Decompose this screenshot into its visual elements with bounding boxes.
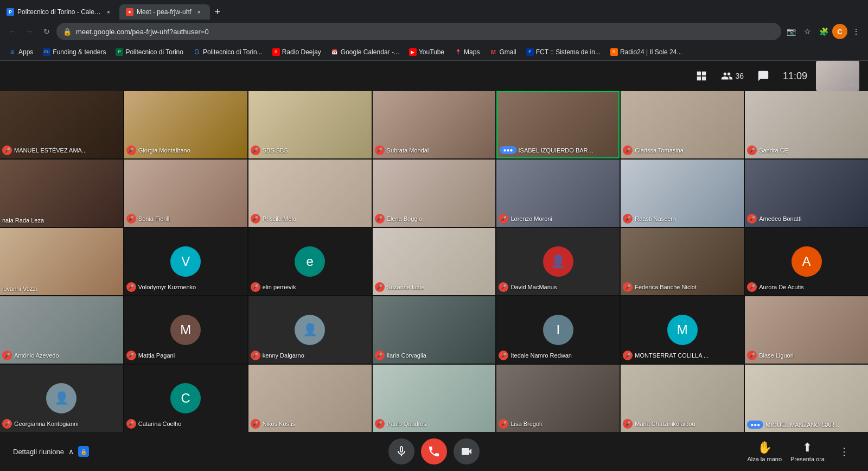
tab-bar: P Politecnico di Torino - Calendari... ×… — [0, 0, 868, 20]
nav-back-button[interactable]: ← — [4, 24, 20, 39]
mute-icon: 🎤 — [499, 419, 508, 429]
mute-icon: 🎤 — [2, 145, 12, 155]
participant-name: MONTSERRAT COLILLA ... — [635, 352, 709, 359]
mute-icon: 🎤 — [2, 351, 12, 360]
mute-icon: 🎤 — [126, 282, 136, 292]
participant-name: Biase Liguori — [759, 352, 794, 359]
mute-icon: 🎤 — [251, 214, 260, 224]
camera-button[interactable] — [454, 438, 480, 464]
participant-name: Mattia Pagani — [138, 352, 175, 359]
participant-name: Lorenzo Moroni — [510, 215, 552, 222]
participant-name: Ilaria Corvaglia — [387, 352, 426, 359]
mute-icon: 🎤 — [747, 282, 757, 292]
extensions-icon[interactable]: 🧩 — [816, 24, 831, 39]
raise-hand-button[interactable]: ✋ Alza la mano — [747, 441, 782, 462]
nav-forward-button[interactable]: → — [22, 24, 37, 39]
video-cell-7: 🎤Sandra CE — [745, 91, 868, 158]
participant-name: elin pernevik — [263, 284, 296, 290]
tab-politecnico[interactable]: P Politecnico di Torino - Calendari... × — [0, 4, 119, 20]
participant-count: 36 — [735, 72, 744, 80]
address-bar[interactable]: 🔒 meet.google.com/pea-frjw-uhf?authuser=… — [56, 23, 781, 40]
mute-icon: 🎤 — [375, 351, 385, 360]
participant-name: MANUEL ESTÉVEZ AMA... — [14, 147, 87, 154]
video-cell-25: 🎤Ilaria Corvaglia — [373, 296, 496, 364]
mute-icon: 🎤 — [747, 214, 757, 224]
bookmark-radio24[interactable]: R Radio24 | Il Sole 24... — [606, 47, 687, 57]
meeting-details[interactable]: Dettagli riunione ∧ 🔒 — [13, 446, 293, 457]
participant-name: Priscila Melo — [263, 215, 296, 222]
bookmark-fct[interactable]: F FCT :: Sistema de in... — [522, 47, 605, 57]
mute-icon: 🎤 — [747, 351, 757, 360]
video-cell-2: 🎤Giorgia Montalbano — [124, 91, 247, 158]
meet-toolbar: 36 11:09 ⋯ — [0, 61, 868, 91]
participant-name: ISABEL IZQUIERDO BARBA — [519, 147, 595, 154]
tab-meet-close[interactable]: × — [195, 8, 203, 16]
mute-icon: 🎤 — [623, 145, 633, 155]
end-call-button[interactable] — [421, 438, 447, 464]
mute-icon: 🎤 — [623, 214, 633, 224]
tab-politecnico-close[interactable]: × — [104, 8, 113, 16]
bottom-bar: Dettagli riunione ∧ 🔒 ✋ Alza la mano ⬆ P… — [0, 432, 868, 471]
video-cell-27: M🎤MONTSERRAT COLILLA ... — [621, 296, 744, 364]
participant-name: Sonia Fiorilli — [138, 215, 171, 222]
present-icon: ⬆ — [802, 441, 812, 455]
tab-meet[interactable]: ● Meet - pea-frjw-uhf × — [119, 4, 210, 20]
video-cell-21: A🎤Aurora De Acutis — [745, 228, 868, 295]
present-button[interactable]: ⬆ Presenta ora — [790, 441, 825, 462]
participant-name: Elena Boggio — [387, 215, 422, 222]
participant-name: Clarissa Tomasina — [635, 147, 684, 154]
participant-name: Maria Chatzinikolaidou — [635, 421, 695, 427]
grid-layout-button[interactable] — [691, 65, 712, 87]
participant-name: Amedeo Bonatti — [759, 215, 801, 222]
bookmark-politecnico[interactable]: P Politecnico di Torino — [111, 47, 188, 57]
bookmark-apps[interactable]: ⊞ Apps — [4, 47, 37, 57]
mute-icon: 🎤 — [623, 351, 633, 360]
participant-name: Georgianna Kontogianni — [14, 421, 79, 427]
mute-icon: 🎤 — [747, 145, 757, 155]
tab-politecnico-title: Politecnico di Torino - Calendari... — [17, 8, 101, 16]
nav-reload-button[interactable]: ↻ — [39, 24, 54, 39]
mute-icon: 🎤 — [375, 282, 385, 292]
participant-name: Aurora De Acutis — [759, 284, 804, 290]
bookmark-politecnico-g[interactable]: G Politecnico di Torin... — [189, 47, 267, 57]
raise-hand-icon: ✋ — [757, 441, 772, 455]
video-cell-14: 🎤Amedeo Bonatti — [745, 160, 868, 227]
raise-hand-label: Alza la mano — [747, 456, 782, 462]
new-tab-button[interactable]: + — [210, 4, 225, 20]
mute-icon: 🎤 — [126, 351, 136, 360]
participant-name: Sandra CE — [759, 147, 788, 154]
bookmark-gmail[interactable]: M Gmail — [485, 47, 520, 57]
participant-name: SBS SBS — [263, 147, 288, 154]
video-cell-22: 🎤António Azevedo — [0, 296, 123, 364]
video-cell-5: ●●●ISABEL IZQUIERDO BARBA — [496, 91, 620, 158]
participants-button[interactable]: 36 — [721, 70, 744, 82]
video-cell-12: 🎤Lorenzo Moroni — [496, 160, 620, 227]
video-cell-20: 🎤Federica Banche Niclot — [621, 228, 744, 295]
bookmark-radio-deejay[interactable]: R Radio Deejay — [268, 47, 326, 57]
camera-browser-icon[interactable]: 📷 — [783, 24, 799, 39]
video-cell-33: 🎤Lisa Bregoli — [496, 365, 620, 432]
bookmark-funding[interactable]: EU Funding & tenders — [39, 47, 110, 57]
video-cell-6: 🎤Clarissa Tomasina — [621, 91, 744, 158]
bookmark-calendar[interactable]: 📅 Google Calendar -... — [327, 47, 404, 57]
mic-button[interactable] — [388, 438, 414, 464]
participant-name: Volodymyr Kuzmenko — [138, 284, 196, 290]
mute-icon: 🎤 — [251, 282, 260, 292]
video-cell-17: e🎤elin pernevik — [248, 228, 372, 295]
bookmark-youtube[interactable]: ▶ YouTube — [405, 47, 449, 57]
mute-icon: 🎤 — [499, 214, 508, 224]
participant-name: Giorgia Montalbano — [138, 147, 190, 154]
profile-avatar[interactable]: C — [832, 24, 847, 39]
chevron-up-icon: ∧ — [68, 447, 74, 456]
chat-button[interactable] — [752, 65, 774, 87]
lock-icon: 🔒 — [63, 28, 72, 36]
mute-icon: 🎤 — [499, 351, 508, 360]
video-grid: 🎤MANUEL ESTÉVEZ AMA...🎤Giorgia Montalban… — [0, 91, 868, 432]
bookmark-maps[interactable]: 📍 Maps — [450, 47, 484, 57]
more-options-button[interactable]: ⋮ — [833, 441, 855, 462]
bookmark-star-icon[interactable]: ☆ — [800, 24, 815, 39]
browser-menu-icon[interactable]: ⋮ — [848, 24, 864, 39]
video-cell-29: 👤🎤Georgianna Kontogianni — [0, 365, 123, 432]
mute-icon: 🎤 — [375, 419, 385, 429]
video-cell-16: V🎤Volodymyr Kuzmenko — [124, 228, 247, 295]
